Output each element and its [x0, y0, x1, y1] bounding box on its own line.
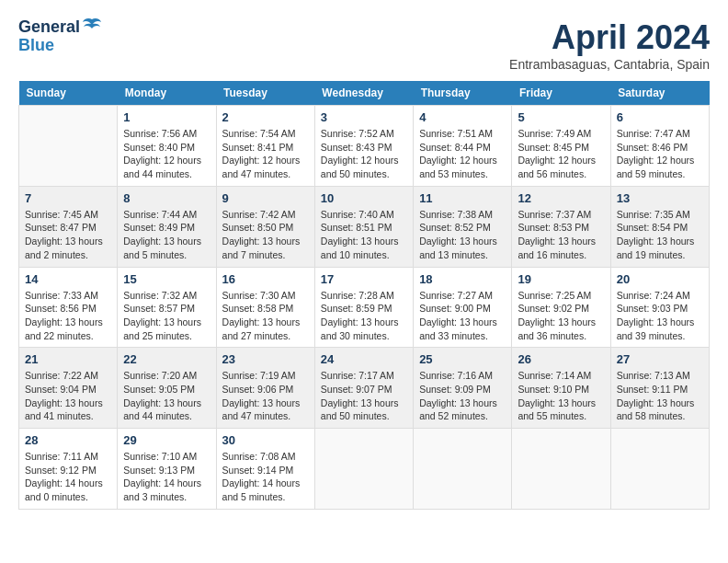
day-number: 12	[518, 191, 604, 205]
calendar-cell: 24Sunrise: 7:17 AM Sunset: 9:07 PM Dayli…	[314, 348, 413, 429]
calendar-cell: 2Sunrise: 7:54 AM Sunset: 8:41 PM Daylig…	[216, 106, 314, 187]
day-info: Sunrise: 7:38 AM Sunset: 8:52 PM Dayligh…	[419, 208, 506, 262]
calendar-cell: 18Sunrise: 7:27 AM Sunset: 9:00 PM Dayli…	[414, 267, 512, 348]
day-info: Sunrise: 7:32 AM Sunset: 8:57 PM Dayligh…	[123, 289, 210, 343]
day-number: 11	[419, 191, 506, 205]
day-number: 21	[25, 352, 111, 366]
month-title: April 2024	[509, 18, 710, 57]
day-number: 25	[419, 352, 506, 366]
header-cell-tuesday: Tuesday	[216, 81, 314, 106]
calendar-cell	[314, 429, 413, 510]
week-row: 1Sunrise: 7:56 AM Sunset: 8:40 PM Daylig…	[19, 106, 710, 187]
day-info: Sunrise: 7:37 AM Sunset: 8:53 PM Dayligh…	[518, 208, 604, 262]
day-info: Sunrise: 7:24 AM Sunset: 9:03 PM Dayligh…	[617, 289, 703, 343]
day-number: 28	[25, 433, 111, 447]
calendar-cell: 9Sunrise: 7:42 AM Sunset: 8:50 PM Daylig…	[216, 186, 314, 267]
day-info: Sunrise: 7:10 AM Sunset: 9:13 PM Dayligh…	[123, 450, 210, 504]
calendar-cell: 20Sunrise: 7:24 AM Sunset: 9:03 PM Dayli…	[610, 267, 709, 348]
calendar-cell	[610, 429, 709, 510]
logo-general: General	[18, 18, 80, 37]
header-cell-thursday: Thursday	[414, 81, 512, 106]
day-number: 17	[321, 272, 407, 286]
day-info: Sunrise: 7:19 AM Sunset: 9:06 PM Dayligh…	[222, 369, 309, 423]
day-number: 9	[222, 191, 309, 205]
calendar-cell: 11Sunrise: 7:38 AM Sunset: 8:52 PM Dayli…	[414, 186, 512, 267]
day-info: Sunrise: 7:33 AM Sunset: 8:56 PM Dayligh…	[25, 289, 111, 343]
calendar-cell: 10Sunrise: 7:40 AM Sunset: 8:51 PM Dayli…	[314, 186, 413, 267]
day-number: 8	[123, 191, 210, 205]
calendar-cell: 25Sunrise: 7:16 AM Sunset: 9:09 PM Dayli…	[414, 348, 512, 429]
calendar-cell: 26Sunrise: 7:14 AM Sunset: 9:10 PM Dayli…	[512, 348, 610, 429]
day-info: Sunrise: 7:17 AM Sunset: 9:07 PM Dayligh…	[321, 369, 407, 423]
day-number: 26	[518, 352, 604, 366]
day-info: Sunrise: 7:40 AM Sunset: 8:51 PM Dayligh…	[321, 208, 407, 262]
calendar-cell: 28Sunrise: 7:11 AM Sunset: 9:12 PM Dayli…	[19, 429, 118, 510]
header-cell-monday: Monday	[118, 81, 216, 106]
day-number: 23	[222, 352, 309, 366]
calendar-cell: 23Sunrise: 7:19 AM Sunset: 9:06 PM Dayli…	[216, 348, 314, 429]
calendar-cell: 8Sunrise: 7:44 AM Sunset: 8:49 PM Daylig…	[118, 186, 216, 267]
day-info: Sunrise: 7:11 AM Sunset: 9:12 PM Dayligh…	[25, 450, 111, 504]
calendar-cell: 13Sunrise: 7:35 AM Sunset: 8:54 PM Dayli…	[610, 186, 709, 267]
calendar-cell: 27Sunrise: 7:13 AM Sunset: 9:11 PM Dayli…	[610, 348, 709, 429]
week-row: 21Sunrise: 7:22 AM Sunset: 9:04 PM Dayli…	[19, 348, 710, 429]
day-number: 29	[123, 433, 210, 447]
calendar-cell	[512, 429, 610, 510]
header-cell-sunday: Sunday	[19, 81, 118, 106]
calendar-cell: 16Sunrise: 7:30 AM Sunset: 8:58 PM Dayli…	[216, 267, 314, 348]
location-subtitle: Entrambasaguas, Cantabria, Spain	[509, 57, 710, 72]
day-info: Sunrise: 7:28 AM Sunset: 8:59 PM Dayligh…	[321, 289, 407, 343]
day-number: 4	[419, 110, 506, 124]
calendar-cell: 22Sunrise: 7:20 AM Sunset: 9:05 PM Dayli…	[118, 348, 216, 429]
calendar-cell: 6Sunrise: 7:47 AM Sunset: 8:46 PM Daylig…	[610, 106, 709, 187]
day-info: Sunrise: 7:14 AM Sunset: 9:10 PM Dayligh…	[518, 369, 604, 423]
day-number: 7	[25, 191, 111, 205]
day-number: 22	[123, 352, 210, 366]
header-cell-wednesday: Wednesday	[314, 81, 413, 106]
header-cell-saturday: Saturday	[610, 81, 709, 106]
day-number: 2	[222, 110, 309, 124]
day-number: 15	[123, 272, 210, 286]
day-number: 27	[617, 352, 703, 366]
calendar-cell: 7Sunrise: 7:45 AM Sunset: 8:47 PM Daylig…	[19, 186, 118, 267]
day-info: Sunrise: 7:51 AM Sunset: 8:44 PM Dayligh…	[419, 127, 506, 181]
day-info: Sunrise: 7:13 AM Sunset: 9:11 PM Dayligh…	[617, 369, 703, 423]
day-number: 18	[419, 272, 506, 286]
calendar-cell: 14Sunrise: 7:33 AM Sunset: 8:56 PM Dayli…	[19, 267, 118, 348]
day-info: Sunrise: 7:22 AM Sunset: 9:04 PM Dayligh…	[25, 369, 111, 423]
day-info: Sunrise: 7:45 AM Sunset: 8:47 PM Dayligh…	[25, 208, 111, 262]
day-info: Sunrise: 7:08 AM Sunset: 9:14 PM Dayligh…	[222, 450, 309, 504]
logo-blue: Blue	[18, 37, 54, 55]
calendar-cell: 3Sunrise: 7:52 AM Sunset: 8:43 PM Daylig…	[314, 106, 413, 187]
day-number: 1	[123, 110, 210, 124]
day-info: Sunrise: 7:20 AM Sunset: 9:05 PM Dayligh…	[123, 369, 210, 423]
day-number: 20	[617, 272, 703, 286]
calendar-cell: 15Sunrise: 7:32 AM Sunset: 8:57 PM Dayli…	[118, 267, 216, 348]
day-number: 3	[321, 110, 407, 124]
day-number: 16	[222, 272, 309, 286]
week-row: 14Sunrise: 7:33 AM Sunset: 8:56 PM Dayli…	[19, 267, 710, 348]
day-number: 10	[321, 191, 407, 205]
calendar-cell: 1Sunrise: 7:56 AM Sunset: 8:40 PM Daylig…	[118, 106, 216, 187]
day-info: Sunrise: 7:27 AM Sunset: 9:00 PM Dayligh…	[419, 289, 506, 343]
calendar-cell: 17Sunrise: 7:28 AM Sunset: 8:59 PM Dayli…	[314, 267, 413, 348]
logo-bird-icon	[82, 16, 102, 36]
day-number: 5	[518, 110, 604, 124]
day-info: Sunrise: 7:47 AM Sunset: 8:46 PM Dayligh…	[617, 127, 703, 181]
title-section: April 2024 Entrambasaguas, Cantabria, Sp…	[509, 18, 710, 72]
day-info: Sunrise: 7:16 AM Sunset: 9:09 PM Dayligh…	[419, 369, 506, 423]
calendar-cell: 30Sunrise: 7:08 AM Sunset: 9:14 PM Dayli…	[216, 429, 314, 510]
day-info: Sunrise: 7:42 AM Sunset: 8:50 PM Dayligh…	[222, 208, 309, 262]
calendar-cell	[414, 429, 512, 510]
calendar-cell: 5Sunrise: 7:49 AM Sunset: 8:45 PM Daylig…	[512, 106, 610, 187]
day-info: Sunrise: 7:56 AM Sunset: 8:40 PM Dayligh…	[123, 127, 210, 181]
day-info: Sunrise: 7:35 AM Sunset: 8:54 PM Dayligh…	[617, 208, 703, 262]
calendar-cell: 4Sunrise: 7:51 AM Sunset: 8:44 PM Daylig…	[414, 106, 512, 187]
day-info: Sunrise: 7:54 AM Sunset: 8:41 PM Dayligh…	[222, 127, 309, 181]
day-info: Sunrise: 7:25 AM Sunset: 9:02 PM Dayligh…	[518, 289, 604, 343]
logo: General Blue	[18, 18, 102, 55]
calendar-table: SundayMondayTuesdayWednesdayThursdayFrid…	[18, 81, 710, 510]
day-number: 24	[321, 352, 407, 366]
calendar-cell: 21Sunrise: 7:22 AM Sunset: 9:04 PM Dayli…	[19, 348, 118, 429]
calendar-cell: 29Sunrise: 7:10 AM Sunset: 9:13 PM Dayli…	[118, 429, 216, 510]
